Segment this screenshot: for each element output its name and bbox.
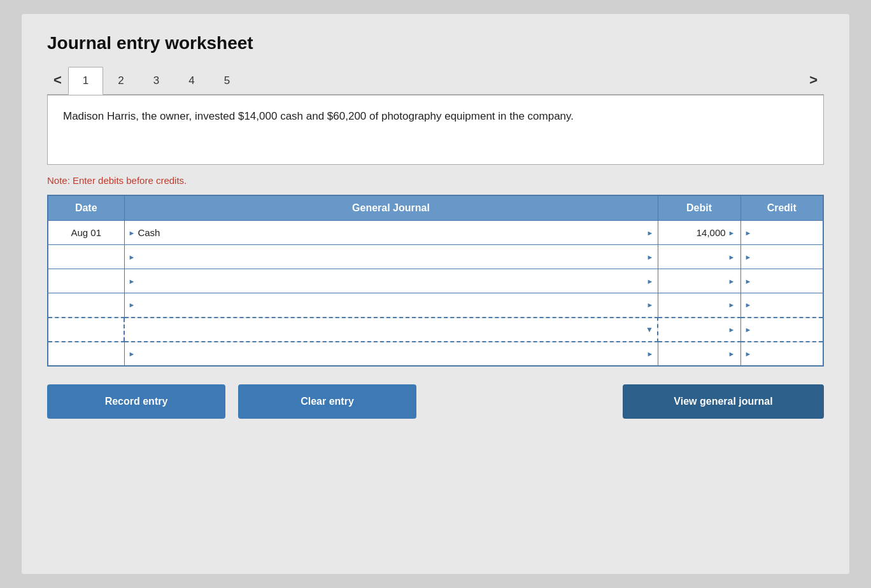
header-journal: General Journal (124, 195, 658, 221)
table-header-row: Date General Journal Debit Credit (48, 195, 823, 221)
credit-cell[interactable]: ► (740, 245, 823, 269)
header-debit: Debit (658, 195, 740, 221)
debit-right-arrow-icon: ► (728, 229, 735, 237)
journal-cell[interactable]: ► ► (124, 342, 658, 366)
header-credit: Credit (740, 195, 823, 221)
debit-right-arrow-icon: ► (728, 326, 735, 333)
left-arrow-icon: ► (129, 301, 136, 309)
credit-cell[interactable]: ► (740, 269, 823, 293)
description-box: Madison Harris, the owner, invested $14,… (47, 95, 824, 165)
debit-cell[interactable]: ► (658, 269, 740, 293)
tabs-wrapper: < 1 2 3 4 5 > (47, 66, 824, 95)
debit-cell[interactable]: ► (658, 318, 740, 342)
record-entry-button[interactable]: Record entry (47, 384, 225, 419)
right-arrow-icon: ► (647, 229, 654, 237)
date-cell[interactable]: Aug 01 (48, 221, 124, 245)
credit-right-arrow-icon: ► (745, 229, 752, 237)
left-arrow-icon: ► (129, 229, 136, 237)
debit-cell[interactable]: ► (658, 245, 740, 269)
journal-cell[interactable]: ► ► (124, 293, 658, 318)
debit-right-arrow-icon: ► (728, 253, 735, 261)
tab-5[interactable]: 5 (209, 66, 244, 94)
left-arrow-icon: ► (129, 277, 136, 285)
tab-1[interactable]: 1 (68, 67, 103, 95)
right-arrow-icon: ► (647, 301, 654, 309)
debit-right-arrow-icon: ► (728, 301, 735, 309)
description-text: Madison Harris, the owner, invested $14,… (63, 110, 574, 122)
date-cell[interactable] (48, 269, 124, 293)
prev-arrow[interactable]: < (47, 66, 68, 94)
journal-cell[interactable]: ► ► (124, 269, 658, 293)
debit-cell[interactable]: 14,000 ► (658, 221, 740, 245)
credit-cell[interactable]: ► (740, 342, 823, 366)
left-arrow-icon: ► (129, 350, 136, 358)
debit-right-arrow-icon: ► (728, 277, 735, 285)
header-date: Date (48, 195, 124, 221)
date-cell[interactable] (48, 318, 124, 342)
tab-4[interactable]: 4 (174, 66, 209, 94)
table-row: ► ► ► ► (48, 293, 823, 318)
journal-table: Date General Journal Debit Credit Aug 01… (47, 195, 824, 367)
dropdown-arrow-icon: ▼ (646, 325, 653, 334)
note-text: Note: Enter debits before credits. (47, 175, 824, 186)
table-row-active: ▼ ► ► (48, 318, 823, 342)
right-arrow-icon: ► (647, 350, 654, 358)
credit-right-arrow-icon: ► (745, 277, 752, 285)
credit-cell[interactable]: ► (740, 221, 823, 245)
right-arrow-icon: ► (647, 253, 654, 261)
journal-cell[interactable]: ► Cash ► (124, 221, 658, 245)
credit-right-arrow-icon: ► (745, 301, 752, 309)
table-row: ► ► ► ► (48, 269, 823, 293)
journal-cell[interactable]: ► ► (124, 245, 658, 269)
credit-cell[interactable]: ► (740, 293, 823, 318)
clear-entry-button[interactable]: Clear entry (238, 384, 416, 419)
table-row: Aug 01 ► Cash ► 14,000 ► ► (48, 221, 823, 245)
date-cell[interactable] (48, 342, 124, 366)
buttons-row: Record entry Clear entry View general jo… (47, 384, 824, 419)
next-arrow[interactable]: > (803, 66, 824, 94)
date-cell[interactable] (48, 293, 124, 318)
credit-right-arrow-icon: ► (745, 326, 752, 333)
journal-value: Cash (138, 227, 646, 238)
date-cell[interactable] (48, 245, 124, 269)
debit-cell[interactable]: ► (658, 342, 740, 366)
left-arrow-icon: ► (129, 253, 136, 261)
credit-cell[interactable]: ► (740, 318, 823, 342)
journal-cell-dropdown[interactable]: ▼ (124, 318, 658, 342)
debit-cell[interactable]: ► (658, 293, 740, 318)
tab-2[interactable]: 2 (103, 66, 138, 94)
tab-3[interactable]: 3 (139, 66, 174, 94)
credit-right-arrow-icon: ► (745, 253, 752, 261)
table-row: ► ► ► ► (48, 342, 823, 366)
debit-right-arrow-icon: ► (728, 350, 735, 358)
debit-value: 14,000 (697, 227, 726, 238)
main-container: Journal entry worksheet < 1 2 3 4 5 > Ma… (22, 14, 849, 574)
view-journal-button[interactable]: View general journal (623, 384, 824, 419)
table-row: ► ► ► ► (48, 245, 823, 269)
right-arrow-icon: ► (647, 277, 654, 285)
page-title: Journal entry worksheet (47, 33, 824, 53)
credit-right-arrow-icon: ► (745, 350, 752, 358)
